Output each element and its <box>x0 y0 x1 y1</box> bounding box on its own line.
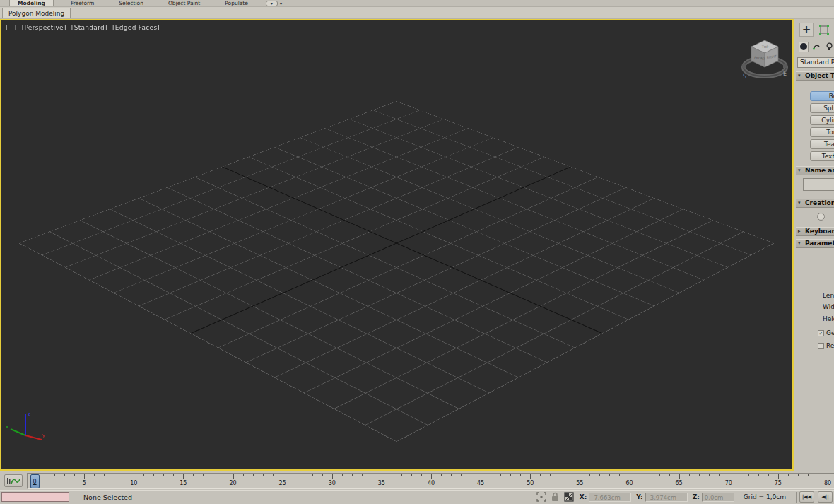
ruler-tick <box>758 474 759 476</box>
polygon-modeling-panel-tab[interactable]: Polygon Modeling <box>2 8 71 18</box>
ruler-tick <box>818 474 818 476</box>
object-type-torus-button[interactable]: Torus <box>810 127 834 137</box>
object-type-teapot-button[interactable]: Teapot <box>810 139 834 149</box>
ruler-tick <box>243 474 244 476</box>
ruler-tick-label: 65 <box>676 480 683 486</box>
rollout-parameters[interactable]: ▾Parameters <box>796 239 834 248</box>
viewport-menu-general[interactable]: [+] <box>6 24 16 31</box>
ruler-tick-label: 40 <box>428 480 435 486</box>
object-type-cylinder-button[interactable]: Cylinder <box>810 115 834 125</box>
tripod-y-label: y <box>42 433 45 438</box>
ruler-tick <box>669 474 670 476</box>
tripod-x-label: x <box>6 424 8 430</box>
viewport-menu-shading[interactable]: [Standard] <box>71 24 107 31</box>
shapes-category-icon[interactable] <box>811 42 821 52</box>
perspective-viewport[interactable]: [+] [Perspective] [Standard] [Edged Face… <box>0 19 794 471</box>
time-slider[interactable]: 0 <box>30 474 40 488</box>
ruler-tick <box>253 474 254 476</box>
viewport-menu-pov[interactable]: [Perspective] <box>22 24 66 31</box>
object-type-textplus-button[interactable]: TextPlus <box>810 151 834 161</box>
ruler-tick <box>461 474 462 476</box>
rollout-keyboard-entry[interactable]: ▸Keyboard Entry <box>796 227 834 236</box>
grid-y-axis-line <box>191 167 572 334</box>
ruler-tick <box>491 474 491 476</box>
rollout-object-type[interactable]: ▾Object Type <box>796 71 834 81</box>
rollout-creation-method[interactable]: ▾Creation Method <box>796 199 834 208</box>
generate-mapping-checkbox[interactable]: ✓ <box>818 330 824 336</box>
ribbon-tab-object-paint[interactable]: Object Paint <box>160 0 208 6</box>
ribbon-tab-populate[interactable]: Populate <box>217 0 256 6</box>
ruler-tick-label: 75 <box>775 480 782 486</box>
generate-mapping-label: Generate Mapping Coords. <box>826 329 834 336</box>
rollout-name-and-color[interactable]: ▾Name and Color <box>796 166 834 175</box>
ruler-tick <box>64 474 65 476</box>
grid-size-readout: Grid = 1,0cm <box>744 493 786 500</box>
create-tab-icon[interactable]: + <box>799 23 814 37</box>
ruler-tick <box>570 474 570 476</box>
ruler-tick <box>709 474 710 476</box>
ribbon-minimize-button[interactable]: ▾ <box>266 1 278 6</box>
ruler-tick-label: 20 <box>229 480 236 486</box>
ruler-tick <box>273 474 274 476</box>
x-coord-field[interactable]: -7,663cm <box>589 493 631 502</box>
ribbon-tab-modeling[interactable]: Modeling <box>9 0 54 6</box>
ruler-tick <box>124 474 124 476</box>
ruler-tick <box>104 474 105 476</box>
ruler-tick-label: 60 <box>626 480 633 486</box>
ruler-tick <box>778 474 779 479</box>
ruler-tick <box>94 474 95 476</box>
object-type-sphere-button[interactable]: Sphere <box>810 103 834 113</box>
ruler-tick <box>768 474 769 476</box>
viewport-menu-style[interactable]: [Edged Faces] <box>112 24 160 31</box>
ribbon-tab-freeform[interactable]: Freeform <box>63 0 102 6</box>
viewcube-compass-south[interactable]: S <box>743 74 746 80</box>
z-coord-field[interactable]: 0,0cm <box>702 493 734 502</box>
ruler-tick <box>609 474 610 476</box>
viewcube[interactable]: TOP FRONT RIGHT S E <box>735 32 794 83</box>
ruler-tick <box>84 474 85 479</box>
ruler-tick <box>233 474 234 479</box>
ruler-tick <box>322 474 323 476</box>
viewcube-compass-notch <box>783 64 787 68</box>
ruler-tick <box>263 474 264 476</box>
ruler-tick-label: 5 <box>83 480 86 486</box>
ruler-tick <box>699 474 700 476</box>
ruler-tick <box>451 474 452 476</box>
ribbon-overflow-caret-icon[interactable]: ▾ <box>280 1 282 6</box>
real-world-map-checkbox[interactable] <box>818 343 824 349</box>
ruler-tick <box>500 474 501 476</box>
ruler-tick <box>788 474 789 476</box>
ruler-tick <box>471 474 471 476</box>
real-world-map-label: Real-World Map Size <box>826 342 834 349</box>
object-name-field[interactable] <box>803 178 834 191</box>
geometry-category-icon[interactable] <box>799 42 809 52</box>
modify-tab-icon[interactable] <box>817 23 831 37</box>
mini-curve-editor-button[interactable] <box>4 474 23 487</box>
ruler-tick <box>372 474 372 476</box>
ruler-tick <box>153 474 154 476</box>
z-coord-label: Z: <box>693 493 700 500</box>
timeline-ruler[interactable]: 0 05101520253035404550556065707580 <box>27 473 834 489</box>
go-to-start-button[interactable]: |◀◀ <box>799 491 814 503</box>
ruler-tick <box>223 474 223 476</box>
creation-method-radio[interactable] <box>817 213 825 221</box>
status-prompt: None Selected <box>83 493 132 501</box>
absolute-offset-mode-icon[interactable] <box>564 492 574 502</box>
previous-frame-button[interactable]: ◀|| <box>818 491 833 503</box>
y-coord-field[interactable]: -3,974cm <box>645 493 688 502</box>
x-coord-label: X: <box>580 493 587 500</box>
grid-x-axis-line <box>222 167 603 334</box>
ruler-tick <box>798 474 799 476</box>
object-category-dropdown[interactable]: Standard Primitives <box>797 57 834 68</box>
ruler-tick <box>520 474 521 476</box>
object-type-box-button[interactable]: Box <box>810 91 834 101</box>
viewcube-compass-east[interactable]: E <box>783 71 787 77</box>
selection-region-icon[interactable] <box>536 492 546 502</box>
ribbon-tab-selection[interactable]: Selection <box>111 0 151 6</box>
lights-category-icon[interactable] <box>824 42 834 52</box>
timeline-bar: 0 05101520253035404550556065707580 <box>0 471 834 490</box>
selection-lock-icon[interactable] <box>551 492 559 502</box>
ruler-tick <box>54 474 55 476</box>
ruler-tick <box>163 474 164 476</box>
maxscript-mini-listener[interactable] <box>1 492 69 502</box>
